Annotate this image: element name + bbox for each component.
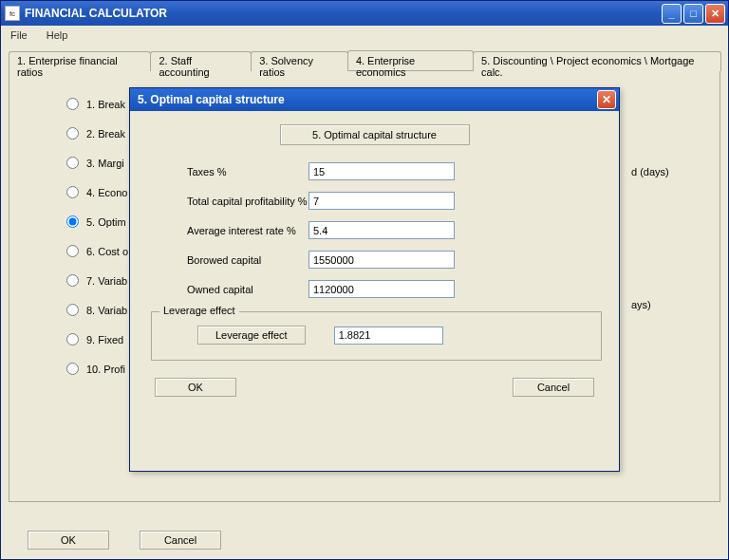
label-owned-capital: Owned capital — [147, 284, 308, 295]
menu-file[interactable]: File — [5, 28, 33, 43]
tab-solvency-ratios[interactable]: 3. Solvency ratios — [251, 51, 348, 71]
leverage-effect-output[interactable] — [334, 327, 443, 345]
tab-discounting[interactable]: 5. Discounting \ Project economics \ Mor… — [473, 51, 721, 71]
tab-staff-accounting[interactable]: 2. Staff accounting — [150, 51, 252, 71]
dialog-header: 5. Optimal capital structure — [280, 124, 470, 145]
window-title: FINANCIAL CALCULATOR — [25, 7, 167, 20]
radio-input-6[interactable] — [66, 245, 79, 257]
radio-input-5[interactable] — [66, 215, 79, 228]
radio-input-3[interactable] — [66, 157, 79, 169]
dialog-titlebar: 5. Optimal capital structure ✕ — [130, 88, 619, 111]
input-taxes[interactable] — [308, 162, 455, 180]
main-window: fc FINANCIAL CALCULATOR _ □ ✕ File Help … — [0, 0, 729, 560]
titlebar: fc FINANCIAL CALCULATOR _ □ ✕ — [1, 1, 728, 26]
menubar: File Help — [1, 26, 728, 45]
optimal-capital-dialog: 5. Optimal capital structure ✕ 5. Optima… — [129, 87, 620, 472]
menu-help[interactable]: Help — [41, 28, 74, 43]
tab-financial-ratios[interactable]: 1. Enterprise financial ratios — [9, 51, 151, 71]
input-average-interest-rate[interactable] — [308, 221, 455, 239]
hint-row3: d (days) — [631, 166, 669, 177]
radio-input-2[interactable] — [66, 127, 79, 140]
maximize-button[interactable]: □ — [683, 4, 703, 24]
radio-input-7[interactable] — [66, 274, 79, 287]
radio-input-10[interactable] — [66, 363, 79, 375]
minimize-button[interactable]: _ — [662, 4, 682, 24]
radio-input-9[interactable] — [66, 333, 79, 345]
dialog-close-button[interactable]: ✕ — [597, 90, 616, 109]
radio-input-4[interactable] — [66, 186, 79, 198]
label-taxes: Taxes % — [147, 166, 308, 177]
leverage-group-title: Leverage effect — [159, 305, 239, 316]
dialog-cancel-button[interactable]: Cancel — [513, 378, 594, 397]
close-button[interactable]: ✕ — [705, 4, 725, 24]
label-borrowed-capital: Borowed capital — [147, 254, 308, 266]
radio-input-8[interactable] — [66, 304, 79, 316]
input-total-capital-profitability[interactable] — [308, 192, 455, 210]
cancel-button[interactable]: Cancel — [140, 531, 221, 550]
ok-button[interactable]: OK — [28, 531, 109, 550]
leverage-effect-button[interactable]: Leverage effect — [197, 326, 306, 345]
label-total-capital-profitability: Total capital profitability % — [147, 196, 308, 207]
app-icon: fc — [5, 6, 20, 21]
hint-row7: ays) — [631, 299, 651, 310]
tab-enterprise-economics[interactable]: 4. Enterprise economics — [347, 50, 474, 70]
dialog-ok-button[interactable]: OK — [155, 378, 236, 397]
input-borrowed-capital[interactable] — [308, 251, 455, 269]
label-average-interest-rate: Average interest rate % — [147, 225, 308, 236]
input-owned-capital[interactable] — [308, 280, 455, 298]
leverage-groupbox: Leverage effect Leverage effect — [151, 311, 602, 361]
radio-input-1[interactable] — [66, 98, 79, 110]
tabstrip: 1. Enterprise financial ratios 2. Staff … — [9, 50, 720, 71]
dialog-title-text: 5. Optimal capital structure — [138, 93, 285, 106]
